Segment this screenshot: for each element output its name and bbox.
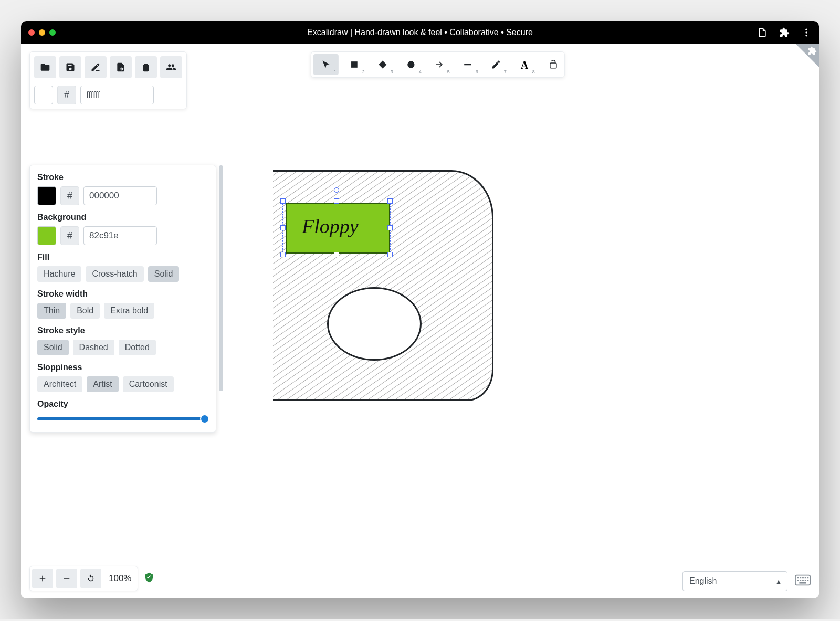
sloppiness-cartoonist[interactable]: Cartoonist xyxy=(123,376,174,392)
svg-rect-12 xyxy=(807,577,808,578)
background-heading: Background xyxy=(37,213,208,222)
stroke-swatch[interactable] xyxy=(37,186,56,205)
canvas-bg-hex-input[interactable] xyxy=(80,86,154,104)
sloppiness-artist[interactable]: Artist xyxy=(87,376,118,392)
zoom-out-button[interactable] xyxy=(56,569,77,588)
stroke-style-dotted[interactable]: Dotted xyxy=(119,340,156,355)
stroke-width-extrabold[interactable]: Extra bold xyxy=(104,303,154,319)
titlebar: Excalidraw | Hand-drawn look & feel • Co… xyxy=(21,21,819,44)
svg-rect-8 xyxy=(797,577,799,578)
stroke-width-heading: Stroke width xyxy=(37,289,208,299)
drawn-label-rect[interactable]: Floppy xyxy=(286,203,390,254)
stroke-heading: Stroke xyxy=(37,173,208,182)
hash-label: # xyxy=(60,186,79,205)
canvas-bg-swatch[interactable] xyxy=(34,86,53,104)
tool-ellipse[interactable]: 4 xyxy=(398,54,424,75)
bottom-left-bar: 100% xyxy=(29,566,155,591)
fill-solid[interactable]: Solid xyxy=(148,266,180,282)
drawn-label-text[interactable]: Floppy xyxy=(302,215,359,238)
app-content: # 1 2 3 4 5 6 7 A8 Stroke # Background xyxy=(21,44,819,598)
delete-button[interactable] xyxy=(135,56,157,78)
language-select[interactable]: English ▴ xyxy=(682,571,788,591)
canvas[interactable]: Floppy xyxy=(231,170,494,401)
hash-label: # xyxy=(60,226,79,245)
sloppiness-architect[interactable]: Architect xyxy=(37,376,82,392)
svg-rect-13 xyxy=(797,580,799,581)
zoom-controls: 100% xyxy=(29,566,138,591)
bottom-right-bar: English ▴ xyxy=(682,571,811,591)
app-window: Excalidraw | Hand-drawn look & feel • Co… xyxy=(21,21,819,598)
save-button[interactable] xyxy=(59,56,81,78)
hash-label: # xyxy=(57,86,76,104)
svg-point-4 xyxy=(407,61,414,68)
github-corner[interactable] xyxy=(796,44,819,67)
window-title: Excalidraw | Hand-drawn look & feel • Co… xyxy=(21,28,819,37)
background-swatch[interactable] xyxy=(37,226,56,245)
stroke-style-options: Solid Dashed Dotted xyxy=(37,340,208,355)
drawn-shape-body[interactable]: Floppy xyxy=(231,170,494,401)
sloppiness-heading: Sloppiness xyxy=(37,363,208,372)
file-ops-panel: # xyxy=(29,51,187,109)
export-button[interactable] xyxy=(110,56,132,78)
open-button[interactable] xyxy=(34,56,56,78)
fill-options: Hachure Cross-hatch Solid xyxy=(37,266,208,282)
drawn-shape-hole[interactable] xyxy=(327,287,422,361)
collab-button[interactable] xyxy=(160,56,182,78)
svg-rect-17 xyxy=(807,580,808,581)
fill-crosshatch[interactable]: Cross-hatch xyxy=(86,266,143,282)
tool-diamond[interactable]: 3 xyxy=(370,54,395,75)
chevron-up-icon: ▴ xyxy=(776,576,781,586)
svg-rect-16 xyxy=(805,580,806,581)
opacity-slider[interactable] xyxy=(37,413,208,425)
zoom-reset-button[interactable] xyxy=(80,569,101,588)
tool-lock-toggle[interactable] xyxy=(544,60,562,69)
tool-strip: 1 2 3 4 5 6 7 A8 xyxy=(311,51,565,78)
keyboard-shortcuts-button[interactable] xyxy=(795,574,811,588)
tool-text[interactable]: A8 xyxy=(512,54,537,75)
svg-rect-9 xyxy=(800,577,801,578)
stroke-style-solid[interactable]: Solid xyxy=(37,340,69,355)
clear-canvas-button[interactable] xyxy=(85,56,107,78)
props-scrollbar[interactable] xyxy=(219,165,223,391)
svg-rect-18 xyxy=(799,582,806,584)
stroke-style-heading: Stroke style xyxy=(37,326,208,335)
opacity-heading: Opacity xyxy=(37,399,208,409)
svg-rect-3 xyxy=(351,61,358,68)
tool-selection[interactable]: 1 xyxy=(313,54,339,75)
svg-rect-15 xyxy=(802,580,804,581)
tool-rectangle[interactable]: 2 xyxy=(342,54,367,75)
fill-heading: Fill xyxy=(37,252,208,262)
stroke-hex-input[interactable] xyxy=(83,186,157,205)
language-current: English xyxy=(689,576,717,586)
tool-draw[interactable]: 7 xyxy=(484,54,509,75)
properties-panel: Stroke # Background # Fill Hachure Cross… xyxy=(29,165,216,433)
svg-rect-14 xyxy=(800,580,801,581)
svg-rect-11 xyxy=(805,577,806,578)
stroke-width-options: Thin Bold Extra bold xyxy=(37,303,208,319)
zoom-percent: 100% xyxy=(104,573,135,584)
tool-line[interactable]: 6 xyxy=(455,54,480,75)
stroke-style-dashed[interactable]: Dashed xyxy=(73,340,114,355)
encrypted-icon xyxy=(143,572,155,585)
fill-hachure[interactable]: Hachure xyxy=(37,266,81,282)
background-hex-input[interactable] xyxy=(83,226,157,245)
zoom-in-button[interactable] xyxy=(32,569,53,588)
sloppiness-options: Architect Artist Cartoonist xyxy=(37,376,208,392)
stroke-width-thin[interactable]: Thin xyxy=(37,303,66,319)
svg-rect-10 xyxy=(802,577,804,578)
tool-arrow[interactable]: 5 xyxy=(427,54,452,75)
stroke-width-bold[interactable]: Bold xyxy=(70,303,100,319)
